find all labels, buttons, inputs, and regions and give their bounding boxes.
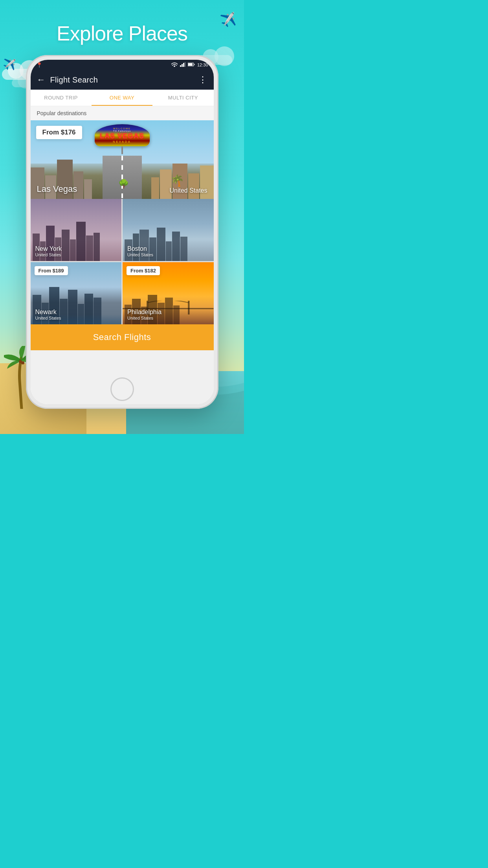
ny-country: United States [35,252,61,257]
destination-card-philadelphia[interactable]: From $182 Philadelphia United States [123,262,214,324]
tab-multi-city[interactable]: MULTI CITY [152,90,213,106]
featured-country: United States [169,187,207,194]
airplane-left: ✈️ [3,58,17,71]
phone-screen-container: 📍 [31,60,214,404]
time-display: 12:30 [197,63,208,67]
status-left: 📍 [36,62,42,68]
svg-rect-4 [182,64,183,67]
featured-location: Las Vegas United States [37,184,207,194]
philly-location: Philadelphia United States [127,309,209,320]
phone-bottom-area [110,377,134,403]
svg-rect-3 [180,65,181,67]
philly-country: United States [127,316,153,320]
featured-price-badge: From $176 [36,126,82,139]
destination-card-newark[interactable]: From $189 Newark United States [31,262,122,324]
status-right: 12:30 [171,62,208,68]
svg-point-1 [21,361,24,364]
ny-city: New York [35,245,62,252]
boston-country: United States [127,252,153,257]
featured-card-las-vegas[interactable]: WELCOME TO Fabulous LAS VEGAS NEVADA 🌴 🌳 [31,120,214,199]
philly-price-badge: From $182 [127,266,160,275]
destinations-grid: New York United States [31,199,214,324]
back-button[interactable]: ← [37,75,46,85]
section-label: Popular destinations [31,106,214,120]
search-flights-button[interactable]: Search Flights [31,324,214,350]
nav-bar: ← Flight Search ⋮ [31,70,214,90]
featured-city: Las Vegas [37,184,77,194]
tab-round-trip[interactable]: ROUND TRIP [31,90,92,106]
newark-country: United States [35,316,61,320]
boston-city: Boston [127,245,147,252]
status-bar: 📍 [31,60,214,70]
location-icon: 📍 [36,62,42,68]
philly-city: Philadelphia [127,309,161,316]
newark-location: Newark United States [35,309,117,320]
signal-icon [180,62,185,68]
destination-card-new-york[interactable]: New York United States [31,199,122,261]
svg-rect-5 [183,63,184,67]
tabs: ROUND TRIP ONE WAY MULTI CITY [31,90,214,106]
page-title: Explore Places [0,22,244,45]
destination-card-boston[interactable]: Boston United States [123,199,214,261]
battery-icon [188,63,195,67]
destinations-container[interactable]: WELCOME TO Fabulous LAS VEGAS NEVADA 🌴 🌳 [31,120,214,404]
svg-point-2 [174,66,175,67]
nav-title: Flight Search [50,75,194,85]
home-button[interactable] [110,377,134,401]
phone-frame: 📍 [26,55,218,409]
phone-screen: 📍 [31,60,214,404]
tab-one-way[interactable]: ONE WAY [92,90,152,106]
menu-button[interactable]: ⋮ [198,75,207,85]
svg-rect-8 [188,63,193,66]
svg-rect-6 [185,62,185,67]
wifi-icon [171,62,178,68]
boston-location: Boston United States [127,245,209,257]
ny-location: New York United States [35,245,117,257]
newark-price-badge: From $189 [35,266,68,275]
newark-city: Newark [35,309,57,316]
